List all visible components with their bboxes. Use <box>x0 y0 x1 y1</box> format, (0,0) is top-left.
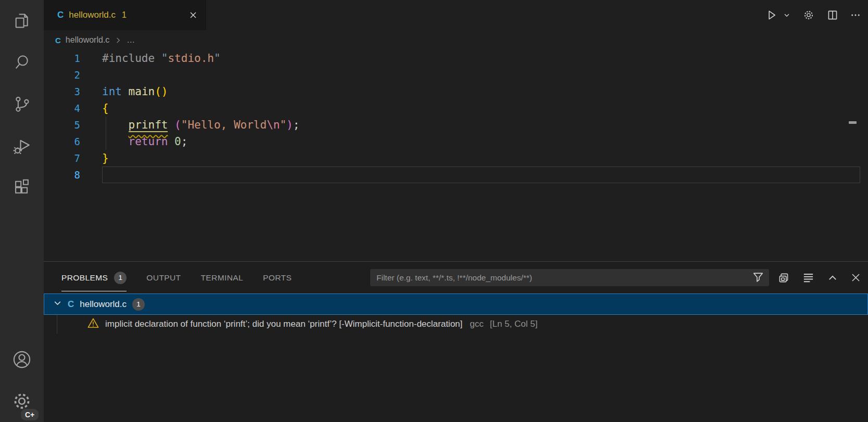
line-number: 6 <box>44 133 80 150</box>
code-line[interactable]: 7} <box>44 150 868 167</box>
sidebar-item-settings[interactable]: C+ <box>0 380 44 422</box>
line-content: } <box>102 150 860 167</box>
code-editor: C helloworld.c … 1#include "stdio.h"23in… <box>44 30 868 261</box>
problems-filter-input[interactable] <box>376 273 752 283</box>
run-debug-icon <box>11 135 32 156</box>
filter-icon[interactable] <box>752 271 764 285</box>
problem-message: implicit declaration of function ‘prinft… <box>105 319 462 329</box>
code-lines: 1#include "stdio.h"23int main()4{5 prinf… <box>44 50 868 183</box>
bottom-panel: PROBLEMS 1 OUTPUT TERMINAL PORTS <box>44 261 868 422</box>
close-panel-icon[interactable] <box>851 273 861 283</box>
code-line[interactable]: 1#include "stdio.h" <box>44 50 868 67</box>
sidebar-item-explorer[interactable] <box>0 0 44 42</box>
line-content: { <box>102 100 860 117</box>
panel-tab-label: OUTPUT <box>146 273 181 283</box>
line-number: 3 <box>44 83 80 100</box>
problems-count-badge: 1 <box>114 272 127 284</box>
line-content: prinft ("Hello, World\n"); <box>102 117 860 133</box>
run-button[interactable] <box>766 9 777 21</box>
view-as-list-icon[interactable] <box>802 272 814 284</box>
panel-header: PROBLEMS 1 OUTPUT TERMINAL PORTS <box>44 262 868 293</box>
problem-position: [Ln 5, Col 5] <box>490 319 538 329</box>
editor-tab-bar: C helloworld.c 1 <box>44 0 868 30</box>
sidebar-item-accounts[interactable] <box>0 339 44 380</box>
file-problem-count-badge: 1 <box>132 298 145 311</box>
activity-bar: C+ <box>0 0 44 422</box>
line-content: #include "stdio.h" <box>102 50 860 67</box>
line-content <box>102 67 860 83</box>
c-file-icon: C <box>68 299 74 310</box>
tab-label: helloworld.c <box>69 10 116 20</box>
code-line[interactable]: 5 prinft ("Hello, World\n"); <box>44 117 868 133</box>
breadcrumb: C helloworld.c … <box>44 30 868 50</box>
problems-filter-box <box>370 269 769 286</box>
sidebar-item-extensions[interactable] <box>0 167 44 208</box>
line-content: return 0; <box>102 133 860 150</box>
source-control-icon <box>12 94 32 114</box>
tab-helloworld-c[interactable]: C helloworld.c 1 <box>44 0 206 30</box>
close-icon[interactable] <box>189 11 197 19</box>
run-dropdown-chevron-icon[interactable] <box>783 11 790 19</box>
panel-tab-label: TERMINAL <box>200 273 243 283</box>
breadcrumb-more[interactable]: … <box>127 35 135 45</box>
panel-tab-label: PROBLEMS <box>61 273 108 283</box>
line-number: 8 <box>44 167 80 183</box>
line-number: 5 <box>44 117 80 133</box>
code-line[interactable]: 3int main() <box>44 83 868 100</box>
extensions-icon <box>12 177 32 197</box>
c-file-icon: C <box>55 36 61 45</box>
tab-terminal[interactable]: TERMINAL <box>200 262 243 293</box>
line-content: int main() <box>102 83 860 100</box>
configure-gear-icon[interactable] <box>802 9 815 21</box>
line-content <box>102 167 860 183</box>
sidebar-item-run-debug[interactable] <box>0 125 44 167</box>
problems-file-name: helloworld.c <box>80 299 127 310</box>
code-line[interactable]: 6 return 0; <box>44 133 868 150</box>
files-icon <box>12 11 32 31</box>
chevron-right-icon <box>114 36 122 44</box>
code-line[interactable]: 2 <box>44 67 868 83</box>
split-editor-icon[interactable] <box>827 9 838 21</box>
sidebar-item-source-control[interactable] <box>0 83 44 125</box>
open-in-editor-icon[interactable] <box>778 272 789 284</box>
line-number: 2 <box>44 67 80 83</box>
line-number: 7 <box>44 150 80 167</box>
breadcrumb-file[interactable]: helloworld.c <box>66 35 109 45</box>
problem-item[interactable]: implicit declaration of function ‘prinft… <box>44 315 868 334</box>
c-file-icon: C <box>57 10 64 20</box>
code-line[interactable]: 8 <box>44 167 868 183</box>
line-number: 4 <box>44 100 80 117</box>
maximize-panel-chevron-up-icon[interactable] <box>827 273 838 283</box>
tab-problems[interactable]: PROBLEMS 1 <box>61 262 127 293</box>
more-actions-icon[interactable] <box>850 10 861 20</box>
sidebar-item-search[interactable] <box>0 42 44 83</box>
language-mode-badge[interactable]: C+ <box>21 409 39 420</box>
editor-actions <box>766 0 868 30</box>
account-icon <box>11 349 33 370</box>
warning-icon <box>87 317 99 331</box>
tab-output[interactable]: OUTPUT <box>146 262 181 293</box>
problems-file-row[interactable]: C helloworld.c 1 <box>44 293 868 315</box>
panel-actions <box>778 272 861 284</box>
line-number: 1 <box>44 50 80 67</box>
tab-ports[interactable]: PORTS <box>263 262 292 293</box>
search-icon <box>12 53 32 72</box>
tab-problem-count: 1 <box>122 10 127 20</box>
code-line[interactable]: 4{ <box>44 100 868 117</box>
vscode-window: C+ C helloworld.c 1 <box>0 0 868 422</box>
overview-ruler-warning-mark <box>849 121 857 124</box>
problem-source: gcc <box>470 319 483 329</box>
problems-list: C helloworld.c 1 implicit declaration of… <box>44 293 868 422</box>
chevron-down-icon[interactable] <box>53 299 62 310</box>
panel-tab-label: PORTS <box>263 273 292 283</box>
